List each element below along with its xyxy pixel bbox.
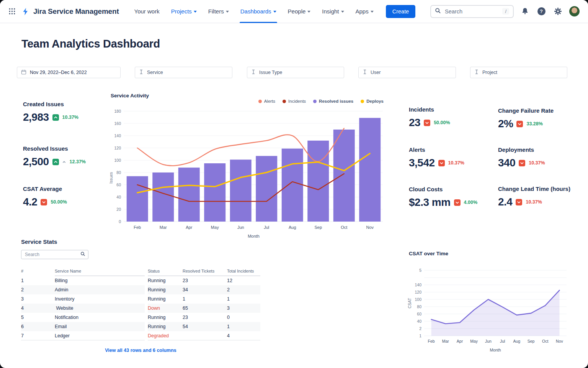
kpi-value: 2% <box>498 118 513 130</box>
kpi-created-issues: Created Issues 2,983 10.37% <box>23 101 78 123</box>
top-navigation-bar: Jira Service Management Your workProject… <box>0 0 588 23</box>
table-row: 4 WebsiteDown653 <box>21 304 260 313</box>
issue-type-filter-label: Issue Type <box>259 70 282 75</box>
row-number: 4 <box>21 304 55 313</box>
row-number: 5 <box>21 313 55 322</box>
svg-text:Feb: Feb <box>428 339 435 343</box>
service-stats-title: Service Stats <box>21 238 57 245</box>
filter-icon <box>251 69 256 76</box>
incidents-dot-icon <box>283 100 286 103</box>
global-search[interactable]: / <box>430 5 514 18</box>
nav-item-projects[interactable]: Projects <box>171 0 197 23</box>
svg-text:40: 40 <box>417 319 421 324</box>
legend-item-alerts[interactable]: Alerts <box>258 99 275 104</box>
kpi-label: Resolved Issues <box>23 145 86 152</box>
help-icon[interactable]: ? <box>536 7 546 16</box>
total-incidents: 1 <box>227 322 260 331</box>
user-filter-label: User <box>371 70 381 75</box>
legend-item-deploys[interactable]: Deploys <box>361 99 384 104</box>
total-incidents: 0 <box>227 313 260 322</box>
nav-item-dashboards[interactable]: Dashboards <box>240 0 276 23</box>
trend-up-icon <box>52 159 59 165</box>
resolved-tickets <box>183 331 227 340</box>
kpi-delta: 10.37% <box>62 115 78 120</box>
service-name: Website <box>55 304 145 313</box>
kpi-value: 340 <box>498 157 515 169</box>
svg-text:Month: Month <box>248 234 260 238</box>
nav-item-people[interactable]: People <box>288 0 311 23</box>
view-all-link[interactable]: View all 43 rows and 6 columns <box>21 348 260 353</box>
issue-type-filter[interactable]: Issue Type <box>247 67 344 78</box>
search-input[interactable] <box>444 8 499 15</box>
calendar-icon <box>21 69 26 76</box>
secondary-up-caret-icon <box>62 160 66 164</box>
svg-text:120: 120 <box>114 146 121 150</box>
svg-text:2: 2 <box>419 326 421 331</box>
kpi-value: 2,983 <box>23 111 49 123</box>
svg-text:60: 60 <box>417 312 421 316</box>
resolved-tickets: 1 <box>183 294 227 304</box>
row-number: 1 <box>21 276 55 285</box>
service-stats-search-input[interactable] <box>24 251 78 258</box>
legend-item-resolved-issues[interactable]: Resolved issues <box>313 99 353 104</box>
nav-item-filters[interactable]: Filters <box>208 0 229 23</box>
date-range-value: Nov 29, 2022–Dec 6, 2022 <box>30 70 87 75</box>
legend-item-incidents[interactable]: Incidents <box>283 99 306 104</box>
csat-over-time-chart: 514012010080604021FebMarAprMayJunJulAugS… <box>407 259 570 363</box>
nav-item-insight[interactable]: Insight <box>322 0 344 23</box>
kpi-deployments: Deployments 340 10.37% <box>498 146 545 169</box>
svg-text:Month: Month <box>490 348 501 352</box>
filter-icon <box>474 69 479 76</box>
resolved-issues-dot-icon <box>313 100 317 103</box>
kpi-value: 3,542 <box>409 157 435 169</box>
project-filter[interactable]: Project <box>470 67 567 78</box>
svg-text:Sep: Sep <box>528 339 535 343</box>
jira-logo-icon[interactable] <box>21 7 30 16</box>
service-stats-table: #Service NameStatusResolved TicketsTotal… <box>21 266 260 340</box>
service-activity-title: Service Activity <box>111 93 149 99</box>
kpi-delta: 33.28% <box>526 121 542 127</box>
svg-text:140: 140 <box>114 133 121 138</box>
svg-text:CSAT: CSAT <box>407 298 412 309</box>
svg-text:80: 80 <box>116 170 121 175</box>
nav-item-your-work[interactable]: Your work <box>134 0 160 23</box>
kpi-delta: 10.37% <box>526 199 542 205</box>
service-filter[interactable]: Service <box>135 67 232 78</box>
kpi-value: 2.4 <box>498 196 512 208</box>
user-filter[interactable]: User <box>358 67 456 78</box>
trend-up-icon <box>52 114 59 121</box>
kpi-delta: 12.37% <box>70 159 86 164</box>
svg-text:160: 160 <box>114 121 121 126</box>
nav-item-apps[interactable]: Apps <box>356 0 374 23</box>
user-avatar[interactable] <box>569 6 580 16</box>
kpi-label: Change Lead Time (hours) <box>498 186 570 192</box>
trend-down-icon <box>516 199 522 205</box>
svg-text:120: 120 <box>415 290 421 294</box>
svg-text:Jul: Jul <box>264 225 269 230</box>
app-switcher-icon[interactable] <box>7 7 17 16</box>
kpi-value: 23 <box>409 117 420 129</box>
kpi-label: CSAT Average <box>23 186 67 192</box>
date-range-filter[interactable]: Nov 29, 2022–Dec 6, 2022 <box>17 67 121 78</box>
table-row: 2AdminRunning342 <box>21 285 260 294</box>
create-button[interactable]: Create <box>386 5 416 18</box>
svg-text:Nov: Nov <box>556 339 563 343</box>
chevron-down-icon <box>194 11 197 13</box>
alerts-dot-icon <box>258 100 262 103</box>
trend-down-icon <box>454 199 461 206</box>
filter-icon <box>139 69 144 76</box>
svg-text:May: May <box>470 339 478 343</box>
svg-text:Sep: Sep <box>314 225 322 230</box>
svg-text:Jul: Jul <box>500 339 505 343</box>
resolved-tickets: 34 <box>183 285 227 294</box>
notifications-bell-icon[interactable] <box>520 7 530 16</box>
row-number: 2 <box>21 285 55 294</box>
svg-text:80: 80 <box>417 304 421 309</box>
total-incidents: 12 <box>227 276 260 285</box>
service-name: Ledger <box>55 331 145 340</box>
kpi-csat-average: CSAT Average 4.2 50.00% <box>23 186 67 208</box>
settings-gear-icon[interactable] <box>553 7 563 16</box>
service-stats-search[interactable] <box>21 250 88 259</box>
resolved-tickets: 23 <box>183 276 227 285</box>
row-number: 7 <box>21 331 55 340</box>
